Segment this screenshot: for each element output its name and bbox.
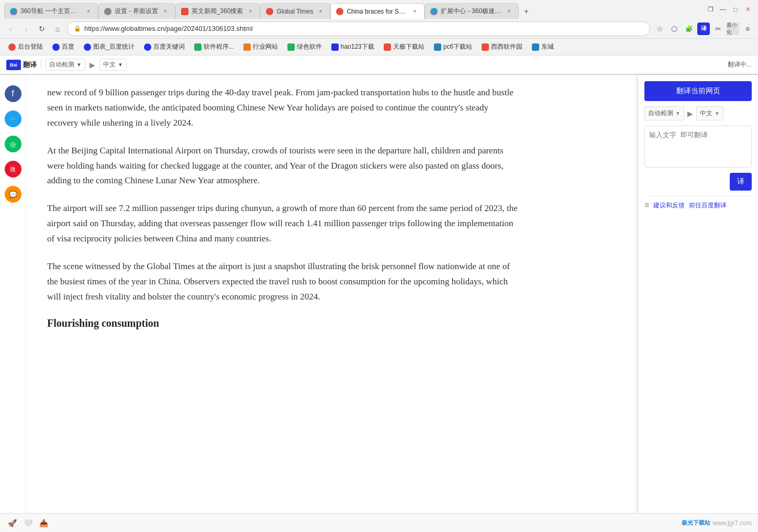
tab-close-ext[interactable]: × (505, 7, 513, 16)
tab-close-english[interactable]: × (246, 7, 254, 16)
baidu-translate-icon: Bai (6, 60, 21, 70)
divider (41, 60, 41, 70)
address-input[interactable]: 🔒 https://www.globaltimes.cn/page/202401… (67, 21, 650, 36)
twitter-share-button[interactable]: 🐦 (5, 110, 21, 127)
tab-extension[interactable]: 扩展中心 - 360极速浏览器 × (425, 3, 519, 19)
bookmark-label-baidu: 百度 (62, 42, 74, 51)
tab-close-settings[interactable]: × (161, 7, 170, 16)
panel-lang-select[interactable]: 中文 ▼ (696, 106, 723, 120)
translation-panel: 翻译当前网页 自动检测 ▼ ▶ 中文 ▼ 译 ≡ 建议和反馈 前往百度翻译 (638, 75, 758, 532)
window-maximize-button[interactable]: □ (730, 4, 741, 15)
panel-menu-icon[interactable]: ≡ (644, 201, 649, 210)
rocket-icon[interactable]: 🚀 (6, 517, 18, 529)
translate-action-button[interactable]: 译 (730, 173, 752, 191)
bookmark-software[interactable]: 软件程序... (190, 41, 238, 53)
new-tab-button[interactable]: + (519, 4, 533, 19)
article-paragraph-2: At the Beijing Capital International Air… (47, 143, 518, 189)
browser-chrome: 360导航 一个主页，整个世 × 设置 - 界面设置 × 英文新闻_360搜索 … (0, 0, 758, 75)
article-content: new record of 9 billion passenger trips … (26, 75, 539, 532)
tab-360-home[interactable]: 360导航 一个主页，整个世 × (4, 3, 98, 19)
tab-icon-ext (430, 8, 438, 15)
tab-close-china[interactable]: × (410, 7, 419, 16)
section-heading-flourishing: Flourishing consumption (47, 317, 518, 329)
bookmark-charts[interactable]: 图表_百度统计 (80, 41, 139, 53)
bookmark-baidu-kw[interactable]: 百度关键词 (140, 41, 189, 53)
article-paragraph-3: The airport will see 7.2 million passeng… (47, 201, 518, 247)
bottom-icons: 🚀 🤍 📥 (6, 517, 49, 529)
collection-icon[interactable]: ⬡ (668, 23, 681, 35)
title-bar: 360导航 一个主页，整个世 × 设置 - 界面设置 × 英文新闻_360搜索 … (0, 0, 758, 19)
bookmark-label-hao123: hao123下载 (341, 42, 374, 51)
article-paragraph-4: The scene witnessed by the Global Times … (47, 259, 518, 305)
bookmark-green[interactable]: 绿色软件 (283, 41, 326, 53)
bookmark-label-east: 东城 (541, 42, 554, 51)
panel-lang-row: 自动检测 ▼ ▶ 中文 ▼ (644, 106, 752, 120)
wechat-share-button[interactable]: ◎ (5, 136, 21, 152)
bookmark-label-pc6: pc6下载站 (443, 42, 472, 51)
tab-global-times[interactable]: Global Times × (260, 3, 330, 19)
back-button[interactable]: ‹ (4, 23, 17, 35)
lang-label: 中文 (103, 60, 116, 69)
bookmark-pc6[interactable]: pc6下载站 (430, 41, 476, 53)
translate-page-button[interactable]: 翻译当前网页 (644, 81, 752, 101)
tab-title-360: 360导航 一个主页，整个世 (20, 7, 81, 16)
bookmark-xixi[interactable]: 西西软件园 (477, 41, 527, 53)
tab-settings[interactable]: 设置 - 界面设置 × (98, 3, 175, 19)
window-minimize-button[interactable]: — (717, 4, 729, 15)
tab-english-news[interactable]: 英文新闻_360搜索 × (175, 3, 261, 19)
url-text: https://www.globaltimes.cn/page/202401/1… (84, 25, 253, 32)
bookmark-baidu[interactable]: 百度 (48, 41, 79, 53)
translate-bar: Bai 翻译 自动检测 ▼ ▶ 中文 ▼ 翻译中... (0, 56, 758, 74)
tab-icon-global (266, 8, 273, 15)
lang-arrow: ▼ (118, 62, 123, 68)
refresh-button[interactable]: ↻ (36, 23, 48, 35)
facebook-share-button[interactable]: f (5, 85, 21, 102)
panel-auto-detect-arrow: ▼ (675, 110, 681, 116)
bottom-bar: 🚀 🤍 📥 极光下载站 www.jgr7.com (0, 513, 758, 532)
bookmark-tianj[interactable]: 天极下载站 (380, 41, 429, 53)
secure-icon: 🔒 (74, 25, 81, 32)
tab-title-china: China braces for Spring (347, 8, 407, 15)
download-icon[interactable]: 📥 (38, 517, 49, 529)
window-close-button[interactable]: ✕ (742, 4, 754, 15)
watermark-url: www.jgr7.com (712, 519, 752, 527)
forward-button[interactable]: › (20, 23, 32, 35)
star-icon[interactable]: ☆ (653, 23, 666, 35)
auto-detect-arrow: ▼ (76, 62, 82, 68)
tab-close-global[interactable]: × (316, 7, 325, 16)
tab-title-ext: 扩展中心 - 360极速浏览器 (441, 7, 501, 16)
bookmark-hao123[interactable]: hao123下载 (327, 41, 378, 53)
social-sidebar: f 🐦 ◎ 微 💬 (0, 75, 26, 532)
home-button[interactable]: ⌂ (51, 23, 64, 35)
translate-ext-icon[interactable]: 译 (697, 23, 710, 35)
main-area: f 🐦 ◎ 微 💬 new record of 9 billion passen… (0, 75, 758, 532)
heart-icon[interactable]: 🤍 (22, 517, 34, 529)
baidu-link[interactable]: 前往百度翻译 (689, 201, 727, 210)
panel-footer: ≡ 建议和反馈 前往百度翻译 (644, 196, 752, 210)
bookmarks-bar: 后台登陆 百度 图表_百度统计 百度关键词 软件程序... 行业网站 绿色软件 (0, 39, 758, 56)
auto-detect-label: 自动检测 (49, 60, 74, 69)
panel-auto-detect[interactable]: 自动检测 ▼ (644, 106, 684, 120)
tab-icon-settings (104, 8, 112, 15)
weibo-share-button[interactable]: 微 (5, 161, 21, 178)
tab-close-360[interactable]: × (84, 7, 93, 16)
tab-icon-english (181, 8, 188, 15)
minimize-icon[interactable]: 最小化 (727, 23, 739, 35)
extension-puzzle-icon[interactable]: 🧩 (683, 23, 695, 35)
panel-lang-arrow-icon: ▼ (715, 110, 720, 116)
bookmark-label-tianj: 天极下载站 (393, 42, 425, 51)
comment-button[interactable]: 💬 (5, 186, 21, 203)
lang-select[interactable]: 中文 ▼ (99, 59, 127, 71)
bookmark-backend[interactable]: 后台登陆 (4, 41, 47, 53)
suggestion-link[interactable]: 建议和反馈 (653, 201, 685, 210)
window-restore-button[interactable]: ❐ (705, 4, 716, 15)
menu-icon[interactable]: ≡ (741, 23, 754, 35)
translation-input[interactable] (644, 126, 752, 168)
tab-title-global: Global Times (276, 8, 313, 15)
bookmark-east[interactable]: 东城 (528, 41, 558, 53)
auto-detect-select[interactable]: 自动检测 ▼ (46, 59, 85, 71)
tab-china-braces[interactable]: China braces for Spring × (330, 3, 425, 19)
bookmark-industry[interactable]: 行业网站 (239, 41, 282, 53)
screenshot-icon[interactable]: ✂ (712, 23, 724, 35)
watermark-brand: 极光下载站 (682, 519, 710, 527)
